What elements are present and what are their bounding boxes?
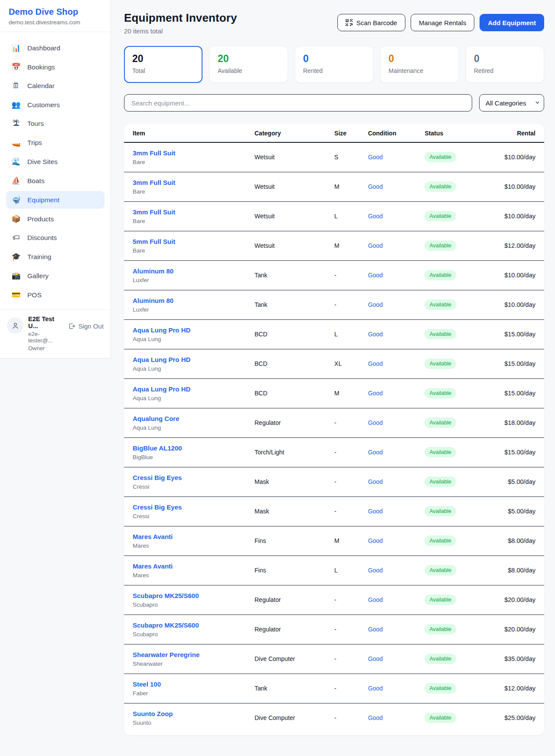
status-badge: Available (424, 477, 456, 487)
sidebar-item-label: Calendar (27, 82, 55, 90)
item-cell: Shearwater PeregrineShearwater (124, 644, 246, 674)
brand-title[interactable]: Demo Dive Shop (9, 7, 102, 17)
table-row: Scubapro MK25/S600ScubaproRegulator-Good… (124, 615, 544, 644)
table-row: Shearwater PeregrineShearwaterDive Compu… (124, 644, 544, 674)
rental-cell: $10.00/day (483, 260, 544, 290)
item-name-link[interactable]: Scubapro MK25/S600 (133, 592, 237, 599)
sidebar-item-gallery[interactable]: 📸Gallery (6, 267, 104, 285)
condition-value: Good (368, 390, 383, 397)
item-name-link[interactable]: BigBlue AL1200 (133, 444, 237, 452)
table-row: Mares AvantiMaresFinsLGoodAvailable$8.00… (124, 555, 544, 585)
size-cell: - (326, 496, 359, 526)
item-name-link[interactable]: Aluminum 80 (133, 267, 237, 275)
condition-cell: Good (359, 555, 416, 585)
table-header-row: ItemCategorySizeConditionStatusRental (124, 124, 544, 142)
sidebar-item-label: Boats (27, 177, 45, 185)
stat-card-retired[interactable]: 0Retired (466, 46, 544, 83)
sidebar-item-trips[interactable]: 🚤Trips (6, 134, 104, 151)
condition-value: Good (368, 478, 383, 485)
condition-cell: Good (359, 615, 416, 644)
category-cell: BCD (246, 349, 326, 378)
sidebar-item-label: Discounts (27, 234, 57, 242)
item-name-link[interactable]: 3mm Full Suit (133, 208, 237, 216)
table-row: BigBlue AL1200BigBlueTorch/Light-GoodAva… (124, 437, 544, 467)
sidebar-item-bookings[interactable]: 📅Bookings (6, 58, 104, 76)
category-cell: Regulator (246, 408, 326, 437)
rental-cell: $15.00/day (483, 437, 544, 467)
table-row: Aluminum 80LuxferTank-GoodAvailable$10.0… (124, 260, 544, 290)
status-badge: Available (424, 417, 456, 428)
sidebar-item-discounts[interactable]: 🏷Discounts (6, 229, 104, 247)
filters-row: All Categories (124, 94, 544, 112)
condition-value: Good (368, 508, 383, 515)
sign-out-button[interactable]: Sign Out (68, 322, 104, 330)
item-name-link[interactable]: Mares Avanti (133, 562, 237, 570)
sidebar-item-dashboard[interactable]: 📊Dashboard (6, 39, 104, 57)
condition-cell: Good (359, 378, 416, 408)
sidebar-item-equipment[interactable]: 🤿Equipment (6, 191, 104, 209)
item-name-link[interactable]: Aluminum 80 (133, 297, 237, 304)
item-name-link[interactable]: Cressi Big Eyes (133, 503, 237, 511)
category-select-wrap: All Categories (479, 94, 544, 112)
status-badge: Available (424, 329, 456, 339)
stat-label-total: Total (132, 67, 194, 74)
column-header-status: Status (416, 124, 483, 142)
stat-card-maintenance[interactable]: 0Maintenance (380, 46, 459, 83)
item-name-link[interactable]: Aqualung Core (133, 415, 237, 422)
item-name-link[interactable]: Cressi Big Eyes (133, 474, 237, 481)
item-name-link[interactable]: Steel 100 (133, 680, 237, 688)
condition-cell: Good (359, 231, 416, 260)
item-brand: Scubapro (133, 631, 237, 638)
stat-card-available[interactable]: 20Available (209, 46, 288, 83)
table-row: Aqua Lung Pro HDAqua LungBCDMGoodAvailab… (124, 378, 544, 408)
status-cell: Available (416, 644, 483, 674)
search-input[interactable] (124, 94, 472, 112)
status-badge: Available (424, 240, 456, 251)
item-name-link[interactable]: Shearwater Peregrine (133, 651, 237, 658)
item-name-link[interactable]: Aqua Lung Pro HD (133, 356, 237, 363)
category-cell: Regulator (246, 615, 326, 644)
sidebar-item-boats[interactable]: ⛵Boats (6, 172, 104, 190)
sidebar-item-customers[interactable]: 👥Customers (6, 96, 104, 114)
sidebar-item-training[interactable]: 🎓Training (6, 248, 104, 266)
manage-rentals-button[interactable]: Manage Rentals (411, 14, 474, 31)
user-block: E2E Test U... e2e-tester@... Owner Sign … (0, 309, 111, 358)
rental-cell: $12.00/day (483, 674, 544, 703)
status-cell: Available (416, 260, 483, 290)
sidebar-item-pos[interactable]: 💳POS (6, 286, 104, 304)
size-cell: - (326, 674, 359, 703)
item-name-link[interactable]: 3mm Full Suit (133, 149, 237, 157)
item-name-link[interactable]: Suunto Zoop (133, 710, 237, 717)
scan-barcode-button[interactable]: Scan Barcode (337, 14, 405, 31)
column-header-size: Size (326, 124, 359, 142)
item-brand: Luxfer (133, 277, 237, 283)
item-brand: Cressi (133, 483, 237, 490)
wave-icon: 🌊 (11, 157, 21, 166)
item-name-link[interactable]: 5mm Full Suit (133, 238, 237, 245)
column-header-category: Category (246, 124, 326, 142)
table-row: Aqua Lung Pro HDAqua LungBCDXLGoodAvaila… (124, 349, 544, 378)
speedboat-icon: 🚤 (11, 138, 21, 147)
status-badge: Available (424, 211, 456, 221)
category-select[interactable]: All Categories (479, 94, 544, 112)
item-name-link[interactable]: Scubapro MK25/S600 (133, 621, 237, 629)
item-brand: Suunto (133, 720, 237, 726)
sidebar-item-tours[interactable]: 🏝Tours (6, 115, 104, 132)
sidebar-item-products[interactable]: 📦Products (6, 210, 104, 228)
rental-cell: $8.00/day (483, 555, 544, 585)
sidebar-item-calendar[interactable]: 🗓Calendar (6, 77, 104, 95)
stat-card-rented[interactable]: 0Rented (295, 46, 373, 83)
add-equipment-button[interactable]: Add Equipment (480, 14, 544, 31)
item-cell: Aluminum 80Luxfer (124, 290, 246, 319)
item-name-link[interactable]: 3mm Full Suit (133, 179, 237, 186)
rental-cell: $15.00/day (483, 349, 544, 378)
sidebar-item-dive-sites[interactable]: 🌊Dive Sites (6, 153, 104, 171)
brand-block: Demo Dive Shop demo.test.divestreams.com (0, 0, 111, 32)
condition-cell: Good (359, 319, 416, 349)
item-brand: Bare (133, 188, 237, 195)
stat-card-total[interactable]: 20Total (124, 46, 202, 83)
item-name-link[interactable]: Mares Avanti (133, 533, 237, 540)
item-name-link[interactable]: Aqua Lung Pro HD (133, 326, 237, 334)
item-name-link[interactable]: Aqua Lung Pro HD (133, 385, 237, 393)
item-brand: Mares (133, 542, 237, 549)
